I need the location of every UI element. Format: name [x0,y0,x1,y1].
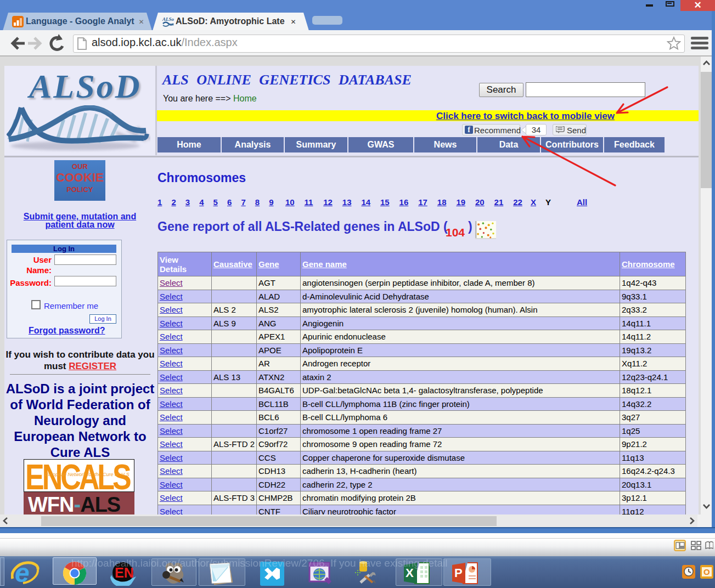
svg-text:ALSo: ALSo [162,16,174,22]
svg-text:P: P [454,566,463,580]
svg-text:O: O [703,567,710,576]
